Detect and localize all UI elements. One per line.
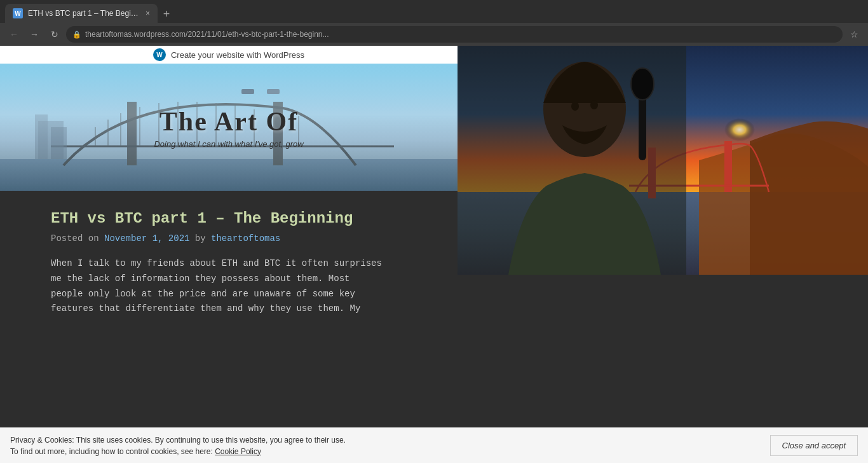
cookie-banner: Privacy & Cookies: This site uses cookie… <box>0 427 868 463</box>
browser-chrome: W ETH vs BTC part 1 – The Beginnin... × … <box>0 0 868 46</box>
wp-banner-text: Create your website with WordPress <box>171 50 304 60</box>
reload-button[interactable]: ↻ <box>46 25 64 43</box>
tab-bar: W ETH vs BTC part 1 – The Beginnin... × … <box>0 0 868 23</box>
cookie-text: Privacy & Cookies: This site uses cookie… <box>10 434 757 457</box>
page-content: W Create your website with WordPress <box>0 46 868 463</box>
cookie-close-button[interactable]: Close and accept <box>770 435 858 456</box>
post-date-link[interactable]: November 1, 2021 <box>104 233 189 244</box>
svg-point-33 <box>631 68 654 100</box>
post-body-line1: When I talk to my friends about ETH and … <box>51 258 382 268</box>
blog-content: ETH vs BTC part 1 – The Beginning Posted… <box>0 191 458 382</box>
svg-rect-20 <box>241 89 254 94</box>
wp-banner: W Create your website with WordPress <box>0 46 458 64</box>
left-panel: W Create your website with WordPress <box>0 46 458 463</box>
meta-prefix: Posted on <box>51 233 104 244</box>
cookie-policy-link[interactable]: Cookie Policy <box>215 447 261 456</box>
hero-title-overlay: The Art Of Doing what I can with what I'… <box>154 106 303 149</box>
address-bar[interactable]: 🔒 theartoftomas.wordpress.com/2021/11/01… <box>66 26 843 43</box>
split-view: W Create your website with WordPress <box>0 46 868 463</box>
svg-rect-2 <box>127 102 137 165</box>
post-author-link[interactable]: theartoftomas <box>211 233 280 244</box>
svg-rect-21 <box>267 89 280 94</box>
forward-button[interactable]: → <box>25 25 43 43</box>
new-tab-button[interactable]: + <box>158 5 175 23</box>
wordpress-logo: W <box>153 48 166 61</box>
browser-toolbar: ← → ↻ 🔒 theartoftomas.wordpress.com/2021… <box>0 23 868 46</box>
tab-favicon: W <box>13 8 23 18</box>
svg-rect-26 <box>724 141 732 192</box>
video-overlay <box>458 46 868 275</box>
post-body-line2: me the lack of information they possess … <box>51 273 349 284</box>
cookie-text-line1: Privacy & Cookies: This site uses cookie… <box>10 436 346 445</box>
bookmark-button[interactable]: ☆ <box>845 25 863 43</box>
hero-subtitle: Doing what I can with what I've got, gro… <box>154 139 303 149</box>
post-meta: Posted on November 1, 2021 by theartofto… <box>51 233 407 244</box>
svg-point-31 <box>590 100 598 109</box>
post-body-line3: people only look at the price and are un… <box>51 289 355 299</box>
post-title: ETH vs BTC part 1 – The Beginning <box>51 210 407 227</box>
address-text: theartoftomas.wordpress.com/2021/11/01/e… <box>85 30 329 39</box>
hero-title: The Art Of <box>154 106 303 137</box>
active-tab[interactable]: W ETH vs BTC part 1 – The Beginnin... × <box>5 4 158 23</box>
hero-section: The Art Of Doing what I can with what I'… <box>0 64 458 191</box>
svg-rect-1 <box>0 159 458 191</box>
post-body: When I talk to my friends about ETH and … <box>51 256 407 317</box>
tab-title: ETH vs BTC part 1 – The Beginnin... <box>28 9 140 18</box>
cookie-text-line2: To find out more, including how to contr… <box>10 447 213 456</box>
svg-point-30 <box>571 102 579 111</box>
lock-icon: 🔒 <box>72 31 81 39</box>
post-body-line4: features that differentiate them and why… <box>51 303 360 314</box>
tab-close-button[interactable]: × <box>146 9 150 18</box>
back-button[interactable]: ← <box>5 25 23 43</box>
svg-rect-18 <box>35 114 48 159</box>
svg-rect-19 <box>51 127 67 159</box>
